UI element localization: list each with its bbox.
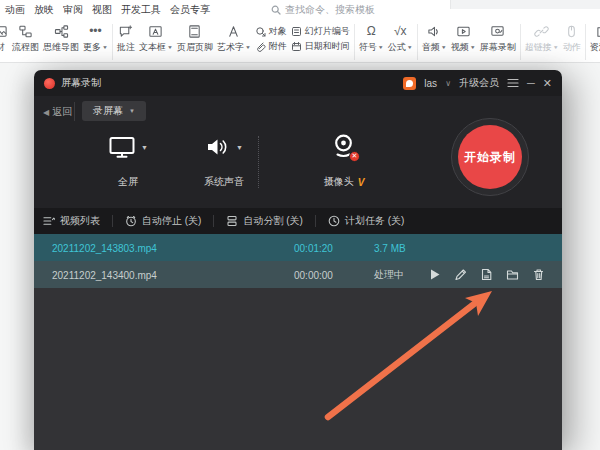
tool-resource-folder[interactable]: 资源夹 bbox=[588, 23, 600, 53]
video-duration: 00:01:20 bbox=[294, 242, 333, 253]
tool-material[interactable]: 材 bbox=[0, 23, 10, 53]
toolbar-stack-2: 幻灯片编号 日期和时间 bbox=[289, 23, 352, 52]
back-arrow-icon: ◀ bbox=[43, 108, 49, 117]
textbox-icon bbox=[148, 24, 163, 39]
fullscreen-option[interactable]: ▼ 全屏 bbox=[80, 132, 176, 189]
flowchart-icon bbox=[18, 24, 33, 39]
formula-icon: √x bbox=[394, 24, 407, 39]
split-icon bbox=[226, 215, 238, 227]
tool-symbol[interactable]: Ω 符号▼ bbox=[357, 23, 386, 53]
paperclip-icon bbox=[255, 41, 266, 52]
tool-screen-record[interactable]: 屏幕录制 bbox=[478, 23, 518, 53]
vip-badge: V bbox=[358, 177, 365, 188]
tool-slide-number[interactable]: 幻灯片编号 bbox=[291, 26, 350, 37]
dropdown-caret-icon: ▼ bbox=[141, 144, 148, 151]
edit-pen-icon[interactable] bbox=[454, 268, 467, 281]
tool-audio[interactable]: 音频▼ bbox=[420, 23, 449, 53]
header-footer-icon bbox=[187, 24, 202, 39]
tool-mindmap[interactable]: 思维导图 bbox=[41, 23, 81, 53]
tool-textbox[interactable]: 文本框▼ bbox=[137, 23, 175, 53]
tab-view[interactable]: 视图 bbox=[92, 3, 112, 17]
video-duration: 00:00:00 bbox=[294, 269, 333, 280]
video-row-selected[interactable]: 20211202_143803.mp4 00:01:20 3.7 MB bbox=[34, 234, 562, 261]
monitor-icon bbox=[108, 135, 136, 159]
toolbar-stack-1: 对象 附件 bbox=[253, 23, 289, 52]
list-tabbar: 视频列表 自动停止 (关) 自动分割 (关) 计划任务 (关) bbox=[34, 208, 562, 234]
divider bbox=[112, 215, 113, 227]
more-dots-icon: ••• bbox=[89, 24, 102, 39]
command-search-input[interactable]: 查找命令、搜索模板 bbox=[271, 3, 375, 17]
dropdown-caret-icon: ▼ bbox=[407, 43, 413, 51]
record-button-ring: 开始录制 bbox=[451, 118, 529, 196]
tool-formula[interactable]: √x 公式▼ bbox=[386, 23, 415, 53]
camera-disabled-badge-icon: ✕ bbox=[349, 151, 360, 162]
start-record-button[interactable]: 开始录制 bbox=[458, 125, 522, 189]
video-filename: 20211202_143803.mp4 bbox=[52, 242, 157, 253]
tool-flowchart[interactable]: 流程图 bbox=[10, 23, 41, 53]
toolbar-divider bbox=[354, 24, 355, 60]
dropdown-caret-icon: ▼ bbox=[236, 144, 243, 151]
upgrade-member-link[interactable]: 升级会员 bbox=[459, 76, 499, 90]
chevron-down-icon[interactable]: ∨ bbox=[445, 79, 451, 88]
tool-hyperlink: 超链接▼ bbox=[523, 23, 561, 53]
record-mode-dropdown[interactable]: 录屏幕 ▼ bbox=[82, 101, 146, 121]
tab-review[interactable]: 审阅 bbox=[63, 3, 83, 17]
tool-video[interactable]: 视频▼ bbox=[449, 23, 478, 53]
tool-comment[interactable]: 批注 bbox=[115, 23, 137, 53]
video-icon bbox=[456, 24, 471, 39]
dropdown-caret-icon: ▼ bbox=[167, 43, 173, 51]
dropdown-caret-icon: ▼ bbox=[102, 43, 108, 51]
camera-option[interactable]: ✕ 摄像头V bbox=[296, 132, 392, 189]
titlebar-right: las ∨ 升级会员 ─ ✕ bbox=[403, 76, 552, 90]
tab-animation[interactable]: 动画 bbox=[5, 3, 25, 17]
image-icon bbox=[0, 24, 8, 39]
search-placeholder: 查找命令、搜索模板 bbox=[285, 3, 375, 17]
list-icon bbox=[43, 215, 55, 227]
object-icon bbox=[255, 26, 266, 37]
toolbar-divider bbox=[520, 24, 521, 60]
save-file-icon[interactable] bbox=[480, 268, 493, 281]
toolbar-divider bbox=[112, 24, 113, 60]
auto-split-tab[interactable]: 自动分割 (关) bbox=[226, 214, 302, 228]
dropdown-caret-icon: ▼ bbox=[129, 108, 135, 114]
slide-number-icon bbox=[291, 26, 302, 37]
auto-stop-tab[interactable]: 自动停止 (关) bbox=[125, 214, 201, 228]
video-list-tab[interactable]: 视频列表 bbox=[43, 214, 100, 228]
document-pane-edge bbox=[450, 0, 600, 9]
minimize-button[interactable]: ─ bbox=[527, 78, 535, 89]
row-actions bbox=[428, 261, 545, 288]
toolbar-divider bbox=[585, 24, 586, 60]
close-button[interactable]: ✕ bbox=[543, 78, 552, 89]
menu-icon[interactable] bbox=[507, 78, 519, 88]
clock-icon bbox=[328, 215, 340, 227]
tab-member[interactable]: 会员专享 bbox=[170, 3, 210, 17]
screen-record-dialog: 屏幕录制 las ∨ 升级会员 ─ ✕ ◀ 返回 录屏幕 ▼ bbox=[34, 70, 562, 450]
tool-date-time[interactable]: 日期和时间 bbox=[291, 41, 350, 52]
username: las bbox=[424, 78, 437, 89]
open-folder-icon[interactable] bbox=[506, 268, 519, 281]
link-icon bbox=[534, 24, 549, 39]
tab-developer[interactable]: 开发工具 bbox=[121, 3, 161, 17]
tool-attachment[interactable]: 附件 bbox=[255, 41, 287, 52]
user-avatar[interactable] bbox=[403, 77, 416, 90]
tool-header-footer[interactable]: 页眉页脚 bbox=[175, 23, 215, 53]
back-button[interactable]: ◀ 返回 bbox=[43, 105, 72, 119]
folder-star-icon bbox=[596, 24, 600, 39]
tool-object[interactable]: 对象 bbox=[255, 26, 287, 37]
trash-icon[interactable] bbox=[532, 268, 545, 281]
tool-wordart[interactable]: 艺术字▼ bbox=[215, 23, 253, 53]
list-empty-area bbox=[34, 288, 562, 450]
omega-icon: Ω bbox=[367, 24, 376, 39]
play-icon[interactable] bbox=[428, 268, 441, 281]
app-logo-record-icon bbox=[44, 78, 55, 89]
dropdown-caret-icon: ▼ bbox=[245, 43, 251, 51]
screen: 动画 放映 审阅 视图 开发工具 会员专享 查找命令、搜索模板 材 流程图 思维… bbox=[0, 0, 600, 450]
scheduled-task-tab[interactable]: 计划任务 (关) bbox=[328, 214, 404, 228]
dialog-titlebar[interactable]: 屏幕录制 las ∨ 升级会员 ─ ✕ bbox=[34, 70, 562, 96]
tab-slideshow[interactable]: 放映 bbox=[34, 3, 54, 17]
tool-more[interactable]: ••• 更多▼ bbox=[81, 23, 110, 53]
capture-controls: ◀ 返回 录屏幕 ▼ ▼ 全屏 ▼ 系统声音 bbox=[34, 96, 562, 208]
calendar-icon bbox=[291, 41, 302, 52]
speaker-icon bbox=[427, 24, 442, 39]
video-row-hovered[interactable]: 20211202_143400.mp4 00:00:00 处理中 bbox=[34, 261, 562, 288]
